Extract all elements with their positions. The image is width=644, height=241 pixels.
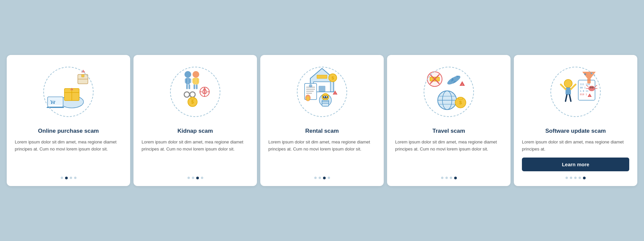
dot-t3 — [450, 177, 452, 179]
dot-t1 — [441, 177, 443, 179]
dots-software — [566, 177, 586, 179]
card-title-travel: Travel scam — [432, 127, 465, 135]
dot-r1 — [314, 177, 317, 179]
dots-online-purchase — [61, 177, 76, 179]
card-online-purchase: ! ! Online purchase scam Lorem ipsum dol… — [7, 55, 130, 186]
card-rental: $ — [260, 55, 384, 186]
dashed-circle — [43, 67, 94, 117]
dot-r4 — [328, 177, 330, 179]
learn-more-button[interactable]: Learn more — [522, 158, 629, 171]
card-title-online-purchase: Online purchase scam — [38, 127, 99, 135]
dashed-circle-3 — [297, 67, 347, 117]
dot-s4 — [579, 177, 581, 179]
dashed-circle-5 — [550, 67, 601, 117]
illustration-rental: $ — [292, 62, 352, 122]
dot-s2 — [570, 177, 572, 179]
dashed-circle-2 — [170, 67, 220, 117]
card-title-rental: Rental scam — [305, 127, 339, 135]
dot-t4[interactable] — [454, 177, 457, 179]
illustration-travel: $ ! — [419, 62, 479, 122]
dot-k2 — [192, 177, 194, 179]
dot-2[interactable] — [65, 177, 68, 179]
dot-s5[interactable] — [583, 177, 586, 179]
dots-kidnap — [187, 177, 203, 179]
cards-container: ! ! Online purchase scam Lorem ipsum dol… — [7, 55, 637, 186]
dot-3 — [70, 177, 72, 179]
card-title-software-update: Software update scam — [545, 127, 606, 135]
dots-travel — [441, 177, 457, 179]
dot-s1 — [566, 177, 568, 179]
card-text-travel: Lorem ipsum dolor sit dim amet, mea regi… — [395, 139, 502, 171]
dot-r2 — [319, 177, 321, 179]
dot-4 — [74, 177, 76, 179]
illustration-kidnap: $ — [165, 62, 225, 122]
card-text-online-purchase: Lorem ipsum dolor sit dim amet, mea regi… — [15, 139, 122, 171]
dot-t2 — [445, 177, 448, 179]
dot-k4 — [201, 177, 203, 179]
card-title-kidnap: Kidnap scam — [177, 127, 213, 135]
dot-r3[interactable] — [323, 177, 326, 179]
card-text-rental: Lorem ipsum dolor sit dim amet, mea regi… — [268, 139, 376, 171]
card-software-update: 111 110 00 1 1 0 11 010 1 ! — [514, 55, 637, 186]
illustration-software-update: 111 110 00 1 1 0 11 010 1 ! — [545, 62, 606, 122]
dots-rental — [314, 177, 330, 179]
card-travel: $ ! Travel scam Lorem ipsum dolor sit di… — [387, 55, 511, 186]
card-text-software-update: Lorem ipsum dolor sit dim amet, mea regi… — [522, 139, 629, 153]
dot-k3[interactable] — [196, 177, 199, 179]
dot-1 — [61, 177, 63, 179]
card-kidnap: $ Kidnap scam Lorem ipsum dolor sit dim … — [133, 55, 257, 186]
card-text-kidnap: Lorem ipsum dolor sit dim amet, mea regi… — [142, 139, 249, 171]
illustration-online-purchase: ! ! — [38, 62, 99, 122]
dot-k1 — [187, 177, 190, 179]
dot-s3 — [574, 177, 577, 179]
dashed-circle-4 — [424, 67, 474, 117]
